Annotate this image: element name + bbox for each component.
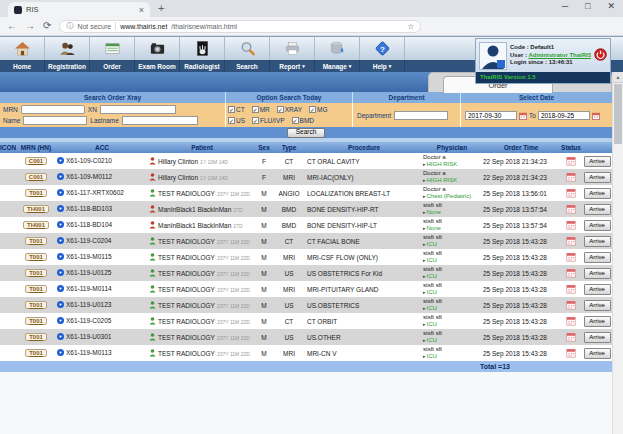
checkbox-icon[interactable]: ✓ bbox=[228, 117, 235, 124]
column-header[interactable]: Order Time bbox=[482, 142, 560, 153]
nav-item-help[interactable]: Help▾ bbox=[360, 60, 405, 72]
arrive-button[interactable]: Arrive bbox=[584, 348, 611, 359]
option-bmd[interactable]: ✓BMD bbox=[292, 117, 314, 124]
arrive-button[interactable]: Arrive bbox=[584, 188, 611, 199]
search-icon[interactable] bbox=[225, 37, 270, 60]
nav-item-report[interactable]: Report▾ bbox=[270, 60, 315, 72]
mrn-badge[interactable]: T001 bbox=[25, 269, 47, 277]
home-icon[interactable] bbox=[0, 37, 45, 60]
department-input[interactable] bbox=[394, 111, 448, 120]
nav-item-registration[interactable]: Registration bbox=[45, 60, 90, 72]
window-minimize-button[interactable]: ─ bbox=[562, 1, 568, 11]
status-calendar-icon[interactable] bbox=[566, 160, 576, 167]
forward-button[interactable]: → bbox=[25, 21, 35, 31]
status-calendar-icon[interactable] bbox=[566, 240, 576, 247]
arrive-button[interactable]: Arrive bbox=[584, 236, 611, 247]
option-ct[interactable]: ✓CT bbox=[228, 106, 245, 113]
radiologist-icon[interactable] bbox=[180, 37, 225, 60]
lastname-input[interactable] bbox=[122, 116, 198, 125]
exam-room-icon[interactable] bbox=[135, 37, 180, 60]
address-bar[interactable]: ⓘ Not secure www.thairis.net/thairisnew/… bbox=[59, 20, 421, 33]
mrn-badge[interactable]: TH001 bbox=[23, 205, 49, 213]
acc-info-icon[interactable] bbox=[57, 158, 64, 165]
nav-item-manage[interactable]: Manage▾ bbox=[315, 60, 360, 72]
column-header[interactable]: ICON bbox=[0, 142, 16, 153]
option-us[interactable]: ✓US bbox=[228, 117, 245, 124]
arrive-button[interactable]: Arrive bbox=[584, 300, 611, 311]
column-header[interactable]: Patient bbox=[148, 142, 256, 153]
mrn-badge[interactable]: T001 bbox=[25, 333, 47, 341]
date-from-input[interactable] bbox=[465, 111, 517, 120]
acc-info-icon[interactable] bbox=[57, 286, 64, 293]
calendar-icon[interactable] bbox=[592, 106, 600, 124]
window-close-button[interactable]: ✕ bbox=[607, 1, 615, 11]
arrive-button[interactable]: Arrive bbox=[584, 252, 611, 263]
checkbox-icon[interactable]: ✓ bbox=[228, 106, 235, 113]
checkbox-icon[interactable]: ✓ bbox=[252, 106, 259, 113]
acc-info-icon[interactable] bbox=[57, 302, 64, 309]
logout-power-icon[interactable] bbox=[594, 47, 607, 65]
option-xray[interactable]: ✓XRAY bbox=[277, 106, 302, 113]
mrn-badge[interactable]: T001 bbox=[25, 285, 47, 293]
acc-info-icon[interactable] bbox=[57, 270, 64, 277]
column-header[interactable]: Status bbox=[560, 142, 582, 153]
arrive-button[interactable]: Arrive bbox=[584, 220, 611, 231]
mrn-badge[interactable]: T001 bbox=[25, 237, 47, 245]
mrn-badge[interactable]: T001 bbox=[25, 349, 47, 357]
window-maximize-button[interactable]: □ bbox=[585, 1, 590, 11]
status-calendar-icon[interactable] bbox=[566, 272, 576, 279]
manage-icon[interactable] bbox=[315, 37, 360, 60]
checkbox-icon[interactable]: ✓ bbox=[309, 106, 316, 113]
mrn-badge[interactable]: C001 bbox=[25, 173, 47, 181]
arrive-button[interactable]: Arrive bbox=[584, 172, 611, 183]
arrive-button[interactable]: Arrive bbox=[584, 332, 611, 343]
date-to-input[interactable] bbox=[538, 111, 590, 120]
status-calendar-icon[interactable] bbox=[566, 192, 576, 199]
info-icon[interactable]: ⓘ bbox=[66, 21, 73, 31]
acc-info-icon[interactable] bbox=[57, 238, 64, 245]
status-calendar-icon[interactable] bbox=[566, 320, 576, 327]
new-tab-button[interactable]: + bbox=[158, 2, 164, 14]
checkbox-icon[interactable]: ✓ bbox=[277, 106, 284, 113]
tab-close-icon[interactable]: × bbox=[139, 5, 144, 15]
column-header[interactable]: Physician bbox=[422, 142, 482, 153]
option-fluivp[interactable]: ✓FLU/IVP bbox=[252, 117, 285, 124]
checkbox-icon[interactable]: ✓ bbox=[292, 117, 299, 124]
mrn-badge[interactable]: T001 bbox=[25, 189, 47, 197]
user-name-link[interactable]: Administrator ThaiRIS bbox=[528, 52, 591, 58]
column-header[interactable]: Type bbox=[272, 142, 306, 153]
checkbox-icon[interactable]: ✓ bbox=[252, 117, 259, 124]
reload-button[interactable]: ⟳ bbox=[43, 21, 51, 31]
calendar-icon[interactable] bbox=[519, 106, 527, 124]
option-mr[interactable]: ✓MR bbox=[252, 106, 270, 113]
bookmark-star-icon[interactable]: ☆ bbox=[407, 22, 414, 31]
mrn-badge[interactable]: T001 bbox=[25, 301, 47, 309]
acc-info-icon[interactable] bbox=[57, 190, 64, 197]
arrive-button[interactable]: Arrive bbox=[584, 204, 611, 215]
status-calendar-icon[interactable] bbox=[566, 304, 576, 311]
order-icon[interactable] bbox=[90, 37, 135, 60]
nav-item-home[interactable]: Home bbox=[0, 60, 45, 72]
status-calendar-icon[interactable] bbox=[566, 352, 576, 359]
acc-info-icon[interactable] bbox=[57, 318, 64, 325]
mrn-input[interactable] bbox=[21, 105, 85, 114]
column-header[interactable]: Sex bbox=[256, 142, 272, 153]
back-button[interactable]: ← bbox=[7, 21, 17, 31]
status-calendar-icon[interactable] bbox=[566, 224, 576, 231]
acc-info-icon[interactable] bbox=[57, 206, 64, 213]
status-calendar-icon[interactable] bbox=[566, 336, 576, 343]
nav-item-order[interactable]: Order bbox=[90, 60, 135, 72]
column-header[interactable]: ACC bbox=[56, 142, 148, 153]
scrollbar-thumb[interactable] bbox=[614, 84, 622, 144]
mrn-badge[interactable]: C001 bbox=[25, 157, 47, 165]
nav-item-search[interactable]: Search bbox=[225, 60, 270, 72]
acc-info-icon[interactable] bbox=[57, 350, 64, 357]
search-submit-button[interactable]: Search bbox=[287, 128, 326, 138]
registration-icon[interactable] bbox=[45, 37, 90, 60]
nav-item-radiologist[interactable]: Radiologist bbox=[180, 60, 225, 72]
status-calendar-icon[interactable] bbox=[566, 256, 576, 263]
browser-tab[interactable]: RIS × bbox=[8, 2, 150, 17]
acc-info-icon[interactable] bbox=[57, 174, 64, 181]
acc-info-icon[interactable] bbox=[57, 334, 64, 341]
name-input[interactable] bbox=[23, 116, 87, 125]
